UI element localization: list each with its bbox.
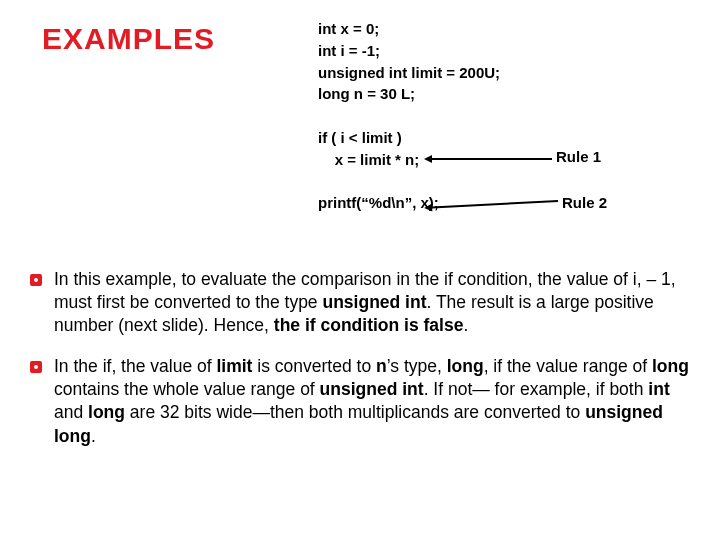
text: In the if, the value of <box>54 356 216 376</box>
text: , if the value range of <box>484 356 652 376</box>
text-bold: long <box>88 402 125 422</box>
text-bold: limit <box>216 356 252 376</box>
rule2-label: Rule 2 <box>562 194 607 211</box>
bullet-item: In this example, to evaluate the compari… <box>30 268 690 337</box>
bullet-item: In the if, the value of limit is convert… <box>30 355 690 447</box>
code-line: long n = 30 L; <box>318 85 415 102</box>
text: contains the whole value range of <box>54 379 320 399</box>
slide-title: EXAMPLES <box>42 22 215 56</box>
code-line: printf(“%d\n”, x); <box>318 194 439 211</box>
paragraph: In the if, the value of limit is convert… <box>54 355 690 447</box>
code-line: int x = 0; <box>318 20 379 37</box>
code-block: int x = 0; int i = -1; unsigned int limi… <box>318 18 500 214</box>
paragraph: In this example, to evaluate the compari… <box>54 268 690 337</box>
text-bold: int <box>648 379 669 399</box>
text: ’s type, <box>387 356 447 376</box>
code-line: if ( i < limit ) <box>318 129 402 146</box>
bullet-icon <box>30 361 42 373</box>
body-text: In this example, to evaluate the compari… <box>30 268 690 466</box>
code-line: unsigned int limit = 200U; <box>318 64 500 81</box>
code-line: int i = -1; <box>318 42 380 59</box>
text-bold: long <box>652 356 689 376</box>
text: . <box>463 315 468 335</box>
text: and <box>54 402 88 422</box>
rule1-label: Rule 1 <box>556 148 601 165</box>
text: is converted to <box>252 356 376 376</box>
arrow-rule1 <box>432 158 552 160</box>
slide: EXAMPLES int x = 0; int i = -1; unsigned… <box>0 0 720 540</box>
text-bold: the if condition is false <box>274 315 464 335</box>
text-bold: unsigned int <box>322 292 426 312</box>
text: . <box>91 426 96 446</box>
text: . If not— for example, if both <box>424 379 649 399</box>
text-bold: n <box>376 356 387 376</box>
text-bold: unsigned int <box>320 379 424 399</box>
text: are 32 bits wide—then both multiplicands… <box>125 402 585 422</box>
bullet-icon <box>30 274 42 286</box>
text-bold: long <box>447 356 484 376</box>
code-line: x = limit * n; <box>318 151 419 168</box>
